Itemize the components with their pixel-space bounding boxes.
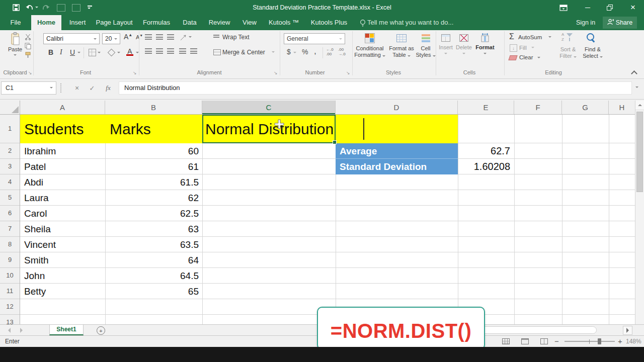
- fill-button[interactable]: Fill: [519, 45, 527, 51]
- font-color-button[interactable]: A: [126, 47, 133, 56]
- expand-formula-bar-icon[interactable]: [635, 86, 638, 88]
- tell-me-box[interactable]: Tell me what you want to do...: [367, 15, 458, 30]
- column-header-f[interactable]: F: [514, 101, 562, 114]
- clear-dropdown-icon[interactable]: [537, 57, 540, 58]
- new-sheet-button[interactable]: +: [97, 326, 105, 335]
- tab-review[interactable]: Review: [205, 15, 233, 30]
- autosum-button[interactable]: AutoSum: [518, 34, 542, 40]
- row-header-11[interactable]: 11: [0, 284, 20, 299]
- zoom-in-button[interactable]: +: [618, 336, 622, 347]
- row-header-7[interactable]: 7: [0, 221, 20, 237]
- sort-filter-button[interactable]: Sort & Filter: [555, 46, 581, 59]
- cell-a10[interactable]: John: [24, 268, 101, 284]
- cell-a9[interactable]: Smith: [24, 252, 101, 268]
- row-header-5[interactable]: 5: [0, 190, 20, 206]
- format-painter-icon[interactable]: [23, 51, 32, 58]
- name-box-dropdown-icon[interactable]: [50, 87, 53, 88]
- borders-dropdown-icon[interactable]: [98, 52, 101, 53]
- decrease-decimal-button[interactable]: .00→.0: [338, 47, 346, 56]
- cell-b7[interactable]: 63: [105, 221, 199, 237]
- name-box[interactable]: C1: [1, 81, 56, 95]
- align-left-icon[interactable]: [145, 48, 152, 54]
- close-button[interactable]: ×: [622, 0, 644, 15]
- collapse-ribbon-icon[interactable]: [631, 70, 637, 77]
- fill-dropdown-icon[interactable]: [531, 47, 534, 48]
- decrease-indent-icon[interactable]: [179, 48, 186, 54]
- grow-font-button[interactable]: A▲: [124, 33, 132, 41]
- cell-b6[interactable]: 62.5: [105, 206, 199, 221]
- row-header-6[interactable]: 6: [0, 206, 20, 221]
- cell-a7[interactable]: Sheila: [24, 221, 101, 237]
- shrink-font-button[interactable]: A▼: [136, 34, 143, 40]
- increase-decimal-button[interactable]: ←.0.00: [326, 47, 334, 56]
- cell-a2[interactable]: Ibrahim: [24, 143, 101, 159]
- sign-in-link[interactable]: Sign in: [573, 15, 599, 30]
- column-header-c[interactable]: C: [202, 101, 336, 114]
- merge-center-dropdown-icon[interactable]: [272, 51, 275, 53]
- sheet-tab-sheet1[interactable]: Sheet1: [49, 325, 84, 335]
- borders-icon[interactable]: [89, 49, 96, 56]
- cell-b9[interactable]: 64: [105, 252, 199, 268]
- cell-b2[interactable]: 60: [105, 143, 199, 159]
- merge-center-button[interactable]: Merge & Center: [222, 49, 265, 56]
- underline-button[interactable]: U: [70, 48, 75, 56]
- cell-b5[interactable]: 62: [105, 190, 199, 206]
- number-dialog-launcher-icon[interactable]: ↘: [346, 70, 350, 75]
- sheet-nav-right-icon[interactable]: [20, 328, 23, 333]
- cell-a4[interactable]: Abdi: [24, 174, 101, 190]
- cell-a1[interactable]: Students: [24, 115, 84, 143]
- row-header-12[interactable]: 12: [0, 299, 20, 315]
- font-family-select[interactable]: Calibri: [43, 33, 100, 44]
- zoom-level[interactable]: 148%: [626, 336, 641, 347]
- tab-kutools-plus[interactable]: Kutools Plus: [306, 15, 352, 30]
- cell-b3[interactable]: 61: [105, 159, 199, 174]
- fill-handle[interactable]: [333, 140, 337, 144]
- align-top-icon[interactable]: [145, 34, 152, 40]
- tab-kutools[interactable]: Kutools ™: [266, 15, 302, 30]
- share-button[interactable]: Share: [603, 17, 637, 29]
- cell-d2-label[interactable]: Average: [340, 143, 455, 159]
- zoom-slider-thumb[interactable]: [598, 338, 601, 344]
- enter-entry-button[interactable]: ✓: [86, 81, 99, 95]
- formula-input[interactable]: Normal Distribution: [119, 81, 632, 95]
- row-header-8[interactable]: 8: [0, 237, 20, 252]
- sheet-nav-left-icon[interactable]: [8, 328, 11, 333]
- alignment-dialog-launcher-icon[interactable]: ↘: [274, 70, 278, 75]
- clipboard-dialog-launcher-icon[interactable]: ↘: [28, 70, 32, 75]
- cut-icon[interactable]: [23, 33, 32, 40]
- cell-b4[interactable]: 61.5: [105, 174, 199, 190]
- copy-icon[interactable]: [23, 42, 32, 49]
- bold-button[interactable]: B: [48, 48, 53, 56]
- tab-view[interactable]: View: [237, 15, 262, 30]
- page-break-view-button[interactable]: [540, 338, 548, 344]
- cell-a3[interactable]: Patel: [24, 159, 101, 174]
- clear-button[interactable]: Clear: [519, 54, 533, 60]
- comma-style-button[interactable]: ,: [314, 46, 316, 56]
- vertical-scrollbar-thumb[interactable]: [636, 112, 643, 192]
- zoom-slider-track[interactable]: [565, 341, 615, 342]
- column-header-g[interactable]: G: [562, 101, 609, 114]
- fill-color-dropdown-icon[interactable]: [117, 52, 120, 53]
- align-right-icon[interactable]: [167, 48, 174, 54]
- autosum-dropdown-icon[interactable]: [548, 36, 551, 38]
- insert-cells-button[interactable]: Insert: [438, 31, 454, 68]
- orientation-icon[interactable]: [180, 34, 187, 40]
- cell-a5[interactable]: Laura: [24, 190, 101, 206]
- cell-e3[interactable]: 1.60208: [458, 159, 510, 174]
- font-size-select[interactable]: 20: [102, 33, 120, 44]
- zoom-out-button[interactable]: −: [554, 336, 559, 347]
- fill-color-icon[interactable]: [108, 49, 116, 57]
- scroll-right-icon[interactable]: [623, 326, 632, 335]
- cell-a8[interactable]: Vincent: [24, 237, 101, 252]
- delete-cells-button[interactable]: Delete: [455, 31, 473, 68]
- column-header-d[interactable]: D: [336, 101, 458, 114]
- column-header-h[interactable]: H: [609, 101, 635, 114]
- align-bottom-icon[interactable]: [167, 34, 174, 40]
- wrap-text-button[interactable]: Wrap Text: [222, 34, 250, 41]
- cell-b8[interactable]: 63.5: [105, 237, 199, 252]
- row-header-2[interactable]: 2: [0, 143, 20, 159]
- format-as-table-button[interactable]: Format as Table: [387, 31, 416, 68]
- normal-view-button[interactable]: [502, 338, 510, 344]
- font-dialog-launcher-icon[interactable]: ↘: [133, 70, 137, 75]
- number-format-select[interactable]: General: [284, 33, 345, 44]
